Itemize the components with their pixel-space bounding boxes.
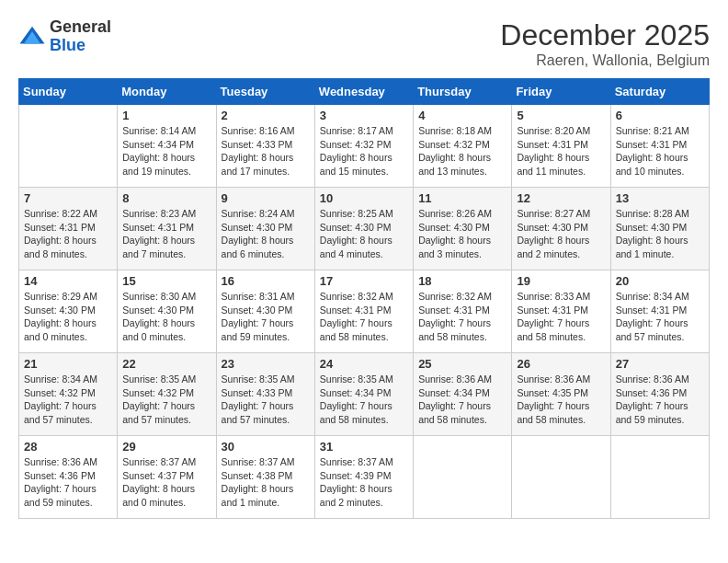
calendar-cell: 18Sunrise: 8:32 AM Sunset: 4:31 PM Dayli… [414, 270, 512, 353]
calendar-cell: 27Sunrise: 8:36 AM Sunset: 4:36 PM Dayli… [610, 353, 709, 436]
weekday-header: Friday [512, 79, 610, 105]
calendar-cell: 6Sunrise: 8:21 AM Sunset: 4:31 PM Daylig… [610, 105, 709, 188]
day-info: Sunrise: 8:18 AM Sunset: 4:32 PM Dayligh… [418, 124, 506, 178]
day-info: Sunrise: 8:37 AM Sunset: 4:37 PM Dayligh… [122, 455, 210, 510]
day-number: 8 [122, 191, 210, 205]
day-number: 27 [616, 357, 704, 371]
day-info: Sunrise: 8:27 AM Sunset: 4:30 PM Dayligh… [517, 207, 605, 261]
page-header: General Blue December 2025 Raeren, Wallo… [18, 18, 710, 69]
day-number: 22 [122, 357, 210, 371]
day-info: Sunrise: 8:29 AM Sunset: 4:30 PM Dayligh… [24, 290, 112, 344]
day-info: Sunrise: 8:35 AM Sunset: 4:34 PM Dayligh… [320, 373, 408, 427]
day-number: 13 [616, 191, 704, 205]
calendar-cell [414, 436, 512, 519]
calendar-cell: 15Sunrise: 8:30 AM Sunset: 4:30 PM Dayli… [118, 270, 216, 353]
calendar-week-row: 1Sunrise: 8:14 AM Sunset: 4:34 PM Daylig… [19, 105, 710, 188]
calendar-cell: 26Sunrise: 8:36 AM Sunset: 4:35 PM Dayli… [512, 353, 610, 436]
day-info: Sunrise: 8:37 AM Sunset: 4:39 PM Dayligh… [320, 455, 408, 510]
calendar-cell: 21Sunrise: 8:34 AM Sunset: 4:32 PM Dayli… [19, 353, 118, 436]
calendar-cell: 10Sunrise: 8:25 AM Sunset: 4:30 PM Dayli… [314, 188, 413, 270]
calendar-cell: 25Sunrise: 8:36 AM Sunset: 4:34 PM Dayli… [414, 353, 512, 436]
day-info: Sunrise: 8:36 AM Sunset: 4:35 PM Dayligh… [517, 373, 605, 427]
day-info: Sunrise: 8:36 AM Sunset: 4:36 PM Dayligh… [24, 455, 112, 510]
day-number: 6 [616, 109, 704, 122]
calendar-cell: 12Sunrise: 8:27 AM Sunset: 4:30 PM Dayli… [512, 188, 610, 270]
location-title: Raeren, Wallonia, Belgium [500, 52, 710, 69]
logo-icon [18, 23, 46, 51]
weekday-header: Monday [118, 79, 216, 105]
calendar-cell: 9Sunrise: 8:24 AM Sunset: 4:30 PM Daylig… [216, 188, 314, 270]
calendar-cell: 14Sunrise: 8:29 AM Sunset: 4:30 PM Dayli… [19, 270, 118, 353]
calendar-cell: 11Sunrise: 8:26 AM Sunset: 4:30 PM Dayli… [414, 188, 512, 270]
day-number: 15 [122, 274, 210, 288]
day-info: Sunrise: 8:30 AM Sunset: 4:30 PM Dayligh… [122, 290, 210, 344]
day-info: Sunrise: 8:20 AM Sunset: 4:31 PM Dayligh… [517, 124, 605, 178]
day-info: Sunrise: 8:34 AM Sunset: 4:31 PM Dayligh… [616, 290, 704, 344]
day-info: Sunrise: 8:36 AM Sunset: 4:34 PM Dayligh… [418, 373, 506, 427]
calendar-cell: 31Sunrise: 8:37 AM Sunset: 4:39 PM Dayli… [314, 436, 413, 519]
day-info: Sunrise: 8:14 AM Sunset: 4:34 PM Dayligh… [122, 124, 210, 178]
weekday-header: Wednesday [314, 79, 413, 105]
calendar-cell: 1Sunrise: 8:14 AM Sunset: 4:34 PM Daylig… [118, 105, 216, 188]
day-number: 20 [616, 274, 704, 288]
day-info: Sunrise: 8:22 AM Sunset: 4:31 PM Dayligh… [24, 207, 112, 261]
calendar-cell: 13Sunrise: 8:28 AM Sunset: 4:30 PM Dayli… [610, 188, 709, 270]
logo-general-text: General [50, 18, 111, 37]
weekday-header: Tuesday [216, 79, 314, 105]
day-number: 2 [222, 109, 310, 122]
day-number: 29 [122, 440, 210, 454]
day-info: Sunrise: 8:31 AM Sunset: 4:30 PM Dayligh… [222, 290, 310, 344]
day-number: 17 [320, 274, 408, 288]
calendar-cell: 20Sunrise: 8:34 AM Sunset: 4:31 PM Dayli… [610, 270, 709, 353]
day-number: 23 [222, 357, 310, 371]
day-number: 31 [320, 440, 408, 454]
day-info: Sunrise: 8:23 AM Sunset: 4:31 PM Dayligh… [122, 207, 210, 261]
day-number: 11 [418, 191, 506, 205]
calendar-cell [19, 105, 118, 188]
calendar-cell [610, 436, 709, 519]
day-number: 26 [517, 357, 605, 371]
day-info: Sunrise: 8:37 AM Sunset: 4:38 PM Dayligh… [222, 455, 310, 510]
calendar-cell: 2Sunrise: 8:16 AM Sunset: 4:33 PM Daylig… [216, 105, 314, 188]
day-number: 16 [222, 274, 310, 288]
day-info: Sunrise: 8:16 AM Sunset: 4:33 PM Dayligh… [222, 124, 310, 178]
day-number: 30 [222, 440, 310, 454]
day-info: Sunrise: 8:32 AM Sunset: 4:31 PM Dayligh… [320, 290, 408, 344]
calendar-cell: 4Sunrise: 8:18 AM Sunset: 4:32 PM Daylig… [414, 105, 512, 188]
weekday-header: Thursday [414, 79, 512, 105]
day-info: Sunrise: 8:36 AM Sunset: 4:36 PM Dayligh… [616, 373, 704, 427]
day-info: Sunrise: 8:32 AM Sunset: 4:31 PM Dayligh… [418, 290, 506, 344]
day-info: Sunrise: 8:35 AM Sunset: 4:33 PM Dayligh… [222, 373, 310, 427]
weekday-header: Sunday [19, 79, 118, 105]
calendar-cell [512, 436, 610, 519]
day-info: Sunrise: 8:21 AM Sunset: 4:31 PM Dayligh… [616, 124, 704, 178]
calendar-week-row: 28Sunrise: 8:36 AM Sunset: 4:36 PM Dayli… [19, 436, 710, 519]
calendar-cell: 23Sunrise: 8:35 AM Sunset: 4:33 PM Dayli… [216, 353, 314, 436]
day-info: Sunrise: 8:34 AM Sunset: 4:32 PM Dayligh… [24, 373, 112, 427]
day-number: 5 [517, 109, 605, 122]
day-number: 24 [320, 357, 408, 371]
logo-blue-text: Blue [50, 37, 111, 55]
logo: General Blue [18, 18, 111, 55]
day-number: 18 [418, 274, 506, 288]
calendar-cell: 30Sunrise: 8:37 AM Sunset: 4:38 PM Dayli… [216, 436, 314, 519]
calendar-cell: 16Sunrise: 8:31 AM Sunset: 4:30 PM Dayli… [216, 270, 314, 353]
month-title: December 2025 [500, 18, 710, 52]
weekday-header: Saturday [610, 79, 709, 105]
day-info: Sunrise: 8:28 AM Sunset: 4:30 PM Dayligh… [616, 207, 704, 261]
calendar-cell: 7Sunrise: 8:22 AM Sunset: 4:31 PM Daylig… [19, 188, 118, 270]
day-number: 3 [320, 109, 408, 122]
day-number: 4 [418, 109, 506, 122]
day-number: 28 [24, 440, 112, 454]
calendar-body: 1Sunrise: 8:14 AM Sunset: 4:34 PM Daylig… [19, 105, 710, 519]
day-info: Sunrise: 8:26 AM Sunset: 4:30 PM Dayligh… [418, 207, 506, 261]
day-info: Sunrise: 8:24 AM Sunset: 4:30 PM Dayligh… [222, 207, 310, 261]
day-info: Sunrise: 8:25 AM Sunset: 4:30 PM Dayligh… [320, 207, 408, 261]
calendar-cell: 29Sunrise: 8:37 AM Sunset: 4:37 PM Dayli… [118, 436, 216, 519]
calendar-cell: 22Sunrise: 8:35 AM Sunset: 4:32 PM Dayli… [118, 353, 216, 436]
calendar-cell: 8Sunrise: 8:23 AM Sunset: 4:31 PM Daylig… [118, 188, 216, 270]
calendar-cell: 28Sunrise: 8:36 AM Sunset: 4:36 PM Dayli… [19, 436, 118, 519]
calendar-table: SundayMondayTuesdayWednesdayThursdayFrid… [18, 78, 710, 519]
calendar-cell: 17Sunrise: 8:32 AM Sunset: 4:31 PM Dayli… [314, 270, 413, 353]
calendar-cell: 3Sunrise: 8:17 AM Sunset: 4:32 PM Daylig… [314, 105, 413, 188]
